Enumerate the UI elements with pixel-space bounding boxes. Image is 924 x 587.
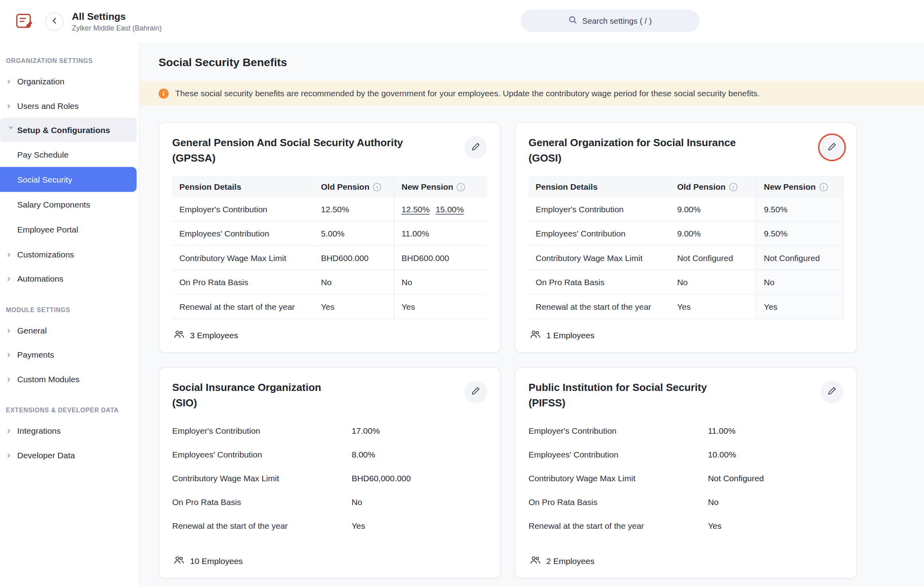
sio-edit-button[interactable] [464,381,487,403]
card-gosi: General Organization for Social Insuranc… [515,122,857,353]
old-pension-value: BHD600.000 [314,246,394,270]
gosi-edit-button[interactable] [821,136,843,159]
page-app-title: All Settings [72,11,162,22]
sidebar-item-pay-schedule[interactable]: Pay Schedule [0,142,139,167]
sidebar-item-payments[interactable]: › Payments [0,342,137,367]
sidebar-item-employee-portal[interactable]: Employee Portal [0,217,139,242]
row-label: Employees' Contribution [172,221,314,246]
search-placeholder: Search settings ( / ) [582,16,652,25]
sidebar-item-salary-components[interactable]: Salary Components [0,192,139,217]
benefit-details-list: Employer's Contribution 11.00% Employees… [529,419,843,538]
sidebar-item-integrations[interactable]: › Integrations [0,418,137,443]
row-value: Yes [352,521,365,531]
pension-table: Pension Details Old Pensioni New Pension… [529,175,843,319]
column-header-old-pension: Old Pensioni [314,175,394,197]
old-pension-value: Yes [314,294,394,319]
row-label: Employer's Contribution [172,197,314,221]
employee-count[interactable]: 10 Employees [190,556,243,566]
employee-count[interactable]: 3 Employees [190,330,238,339]
info-icon[interactable]: i [729,183,738,191]
list-item: Contributory Wage Max Limit BHD60,000.00… [172,467,487,490]
row-label: Employer's Contribution [529,426,708,436]
sidebar-section-module-settings: MODULE SETTINGS [6,306,139,313]
search-input[interactable]: Search settings ( / ) [521,10,700,32]
list-item: Employees' Contribution 10.00% [529,443,843,467]
new-pension-value: BHD600.000 [394,246,487,270]
sidebar-item-label: Customizations [17,249,74,259]
row-value: No [708,497,719,507]
row-label: On Pro Rata Basis [529,270,670,294]
new-pension-value: Not Configured [757,246,843,270]
app-logo-icon [13,10,36,33]
table-row: Employer's Contribution 12.50% 12.50%15.… [172,197,487,221]
list-item: Employees' Contribution 8.00% [172,443,487,467]
sidebar-section-extensions-developer-data: EXTENSIONS & DEVELOPER DATA [6,406,139,414]
sidebar-item-general[interactable]: › General [0,318,137,343]
card-gpssa: General Pension And Social Security Auth… [159,122,501,353]
employee-count[interactable]: 2 Employees [546,556,594,566]
column-header-pension-details: Pension Details [529,175,670,197]
new-pension-value: 11.00% [394,221,487,246]
row-label: Contributory Wage Max Limit [172,246,314,270]
row-label: Employees' Contribution [529,221,670,246]
sidebar-item-label: Developer Data [17,450,75,459]
sidebar-item-custom-modules[interactable]: › Custom Modules [0,367,137,391]
card-title: Social Insurance Organization (SIO) [172,379,321,411]
sidebar-item-organization[interactable]: › Organization [0,69,137,93]
header-title-block: All Settings Zylker Middle East (Bahrain… [72,11,162,32]
pension-table: Pension Details Old Pensioni New Pension… [172,175,487,319]
column-header-new-pension: New Pensioni [757,175,843,197]
info-icon[interactable]: i [457,183,465,191]
row-label: Employer's Contribution [529,197,670,221]
sidebar-item-setup-configurations[interactable]: › Setup & Configurations [0,118,137,142]
info-icon[interactable]: i [819,183,827,191]
row-label: Contributory Wage Max Limit [529,474,708,483]
back-button[interactable] [45,12,64,31]
employee-count-footer: 10 Employees [172,538,487,569]
row-label: On Pro Rata Basis [172,497,352,507]
row-value: 10.00% [708,450,736,459]
column-header-old-pension: Old Pensioni [670,175,756,197]
new-pension-previous-value: 12.50% [401,204,430,213]
sidebar-item-social-security[interactable]: Social Security [0,167,137,192]
benefit-cards-grid: General Pension And Social Security Auth… [140,106,924,587]
chevron-right-icon: › [7,76,17,86]
sidebar-item-label: Custom Modules [17,374,80,383]
sidebar-item-users-and-roles[interactable]: › Users and Roles [0,93,137,118]
list-item: On Pro Rata Basis No [529,490,843,514]
employees-icon [173,330,185,340]
old-pension-value: 12.50% [314,197,394,221]
new-pension-value: 12.50%15.00% [394,197,487,221]
table-row: Employer's Contribution 9.00% 9.50% [529,197,843,221]
sidebar-item-automations[interactable]: › Automations [0,266,137,291]
list-item: Employer's Contribution 11.00% [529,419,843,443]
list-item: Renewal at the start of the year Yes [172,514,487,538]
table-row: Renewal at the start of the year Yes Yes [172,294,487,319]
new-pension-value: 9.50% [757,221,843,246]
employee-count[interactable]: 1 Employees [546,330,594,339]
chevron-right-icon: › [7,101,17,110]
column-header-new-pension: New Pensioni [394,175,487,197]
row-value: 11.00% [708,426,736,436]
old-pension-value: Yes [670,294,756,319]
banner-text: These social security benefits are recom… [175,89,760,98]
employees-icon [173,556,185,566]
sidebar-item-customizations[interactable]: › Customizations [0,242,137,267]
table-row: Employees' Contribution 9.00% 9.50% [529,221,843,246]
sidebar-item-developer-data[interactable]: › Developer Data [0,443,137,467]
pifss-edit-button[interactable] [821,381,843,403]
row-label: On Pro Rata Basis [172,270,314,294]
row-label: Employees' Contribution [529,450,708,459]
sidebar: ORGANIZATION SETTINGS › Organization › U… [0,43,140,587]
chevron-right-icon: › [7,450,17,459]
info-icon[interactable]: i [373,183,381,191]
gpssa-edit-button[interactable] [464,136,487,159]
sidebar-subgroup-setup-configurations: Pay Schedule Social Security Salary Comp… [0,142,139,242]
employee-count-footer: 2 Employees [529,538,843,569]
info-icon: i [159,88,169,99]
chevron-down-icon: › [7,126,16,134]
sidebar-item-label: Integrations [17,426,61,435]
new-pension-value: 9.50% [757,197,843,221]
row-label: Renewal at the start of the year [529,521,708,531]
pencil-icon [471,386,481,398]
